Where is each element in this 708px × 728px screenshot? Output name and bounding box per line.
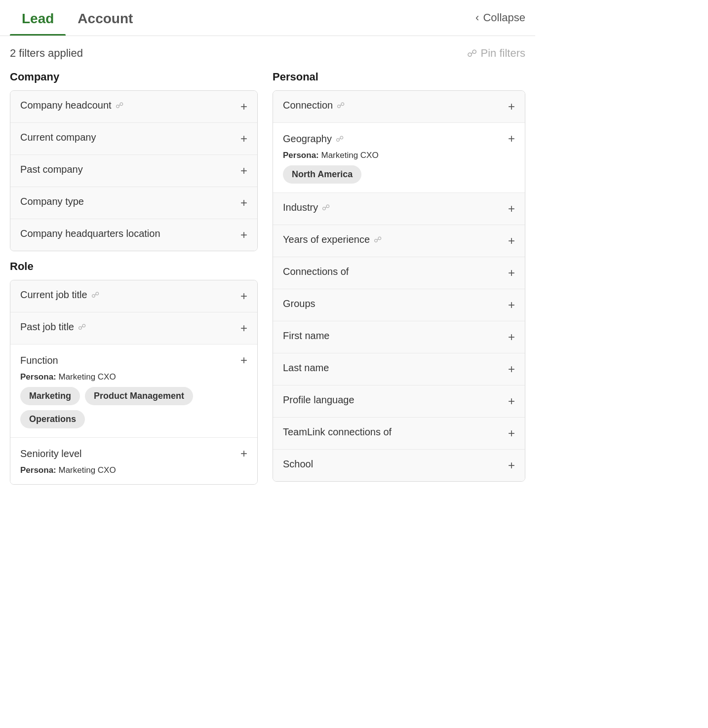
add-first-name-button[interactable]: + [508,330,515,344]
filter-profile-language[interactable]: Profile language + [273,385,525,418]
function-tags: Marketing Product Management Operations [20,387,247,428]
geography-tags: North America [283,165,515,184]
filter-industry[interactable]: Industry ☍ + [273,193,525,225]
tabs-bar: Lead Account ‹ Collapse [0,0,535,36]
filter-company-type[interactable]: Company type + [10,187,257,219]
role-section-title: Role [10,260,258,273]
pin-icon-past-job: ☍ [78,322,86,332]
add-past-job-button[interactable]: + [240,321,247,335]
filter-groups[interactable]: Groups + [273,289,525,321]
pin-icon-industry: ☍ [322,203,330,212]
filter-teamlink[interactable]: TeamLink connections of + [273,418,525,450]
filter-current-job-title[interactable]: Current job title ☍ + [10,280,257,312]
right-column: Personal Connection ☍ + Geography ☍ + [268,71,525,494]
role-filter-card: Current job title ☍ + Past job title ☍ +… [10,280,258,485]
personal-section-title: Personal [273,71,525,83]
filter-last-name[interactable]: Last name + [273,353,525,385]
filter-connection[interactable]: Connection ☍ + [273,91,525,123]
tag-product-management: Product Management [85,387,193,405]
filter-bar: 2 filters applied ☍ Pin filters [0,36,535,71]
add-company-hq-button[interactable]: + [240,228,247,242]
pin-filters-button[interactable]: ☍ Pin filters [467,47,525,60]
add-profile-language-button[interactable]: + [508,394,515,408]
tag-north-america: North America [283,165,361,184]
add-seniority-button[interactable]: + [240,447,247,460]
add-headcount-button[interactable]: + [240,100,247,114]
add-past-company-button[interactable]: + [240,164,247,178]
pin-icon-years-exp: ☍ [374,235,382,244]
filter-count: 2 filters applied [10,47,83,60]
add-groups-button[interactable]: + [508,298,515,312]
add-company-type-button[interactable]: + [240,196,247,210]
filter-company-headcount[interactable]: Company headcount ☍ + [10,91,257,123]
add-function-button[interactable]: + [240,353,247,367]
collapse-button[interactable]: ‹ Collapse [475,6,525,29]
add-years-exp-button[interactable]: + [508,234,515,248]
pin-icon-headcount: ☍ [116,101,123,110]
filter-connections-of[interactable]: Connections of + [273,257,525,289]
left-column: Company Company headcount ☍ + Current co… [10,71,268,494]
add-geography-button[interactable]: + [508,132,515,146]
chevron-left-icon: ‹ [475,11,479,24]
add-connection-button[interactable]: + [508,100,515,114]
add-current-company-button[interactable]: + [240,132,247,146]
company-section-title: Company [10,71,258,83]
pin-icon-current-job: ☍ [91,290,99,300]
filter-first-name[interactable]: First name + [273,321,525,353]
personal-filter-card: Connection ☍ + Geography ☍ + Persona: Ma… [273,90,525,482]
tag-operations: Operations [20,410,85,428]
company-filter-card: Company headcount ☍ + Current company + … [10,90,258,251]
add-current-job-button[interactable]: + [240,289,247,303]
filter-company-hq[interactable]: Company headquarters location + [10,219,257,251]
filter-current-company[interactable]: Current company + [10,123,257,155]
add-connections-of-button[interactable]: + [508,266,515,280]
tag-marketing: Marketing [20,387,80,405]
add-school-button[interactable]: + [508,459,515,472]
add-industry-button[interactable]: + [508,202,515,216]
filter-school[interactable]: School + [273,450,525,481]
tab-account[interactable]: Account [66,0,145,36]
pin-icon-geography: ☍ [336,134,344,144]
filter-years-experience[interactable]: Years of experience ☍ + [273,225,525,257]
add-teamlink-button[interactable]: + [508,426,515,440]
add-last-name-button[interactable]: + [508,362,515,376]
pin-icon: ☍ [467,47,477,59]
filter-geography[interactable]: Geography ☍ + Persona: Marketing CXO Nor… [273,123,525,193]
filter-past-job-title[interactable]: Past job title ☍ + [10,312,257,345]
pin-icon-connection: ☍ [337,101,345,110]
filter-seniority-level[interactable]: Seniority level + Persona: Marketing CXO [10,438,257,484]
filter-function[interactable]: Function + Persona: Marketing CXO Market… [10,345,257,438]
filter-past-company[interactable]: Past company + [10,155,257,187]
main-columns: Company Company headcount ☍ + Current co… [0,71,535,494]
tab-lead[interactable]: Lead [10,0,66,36]
